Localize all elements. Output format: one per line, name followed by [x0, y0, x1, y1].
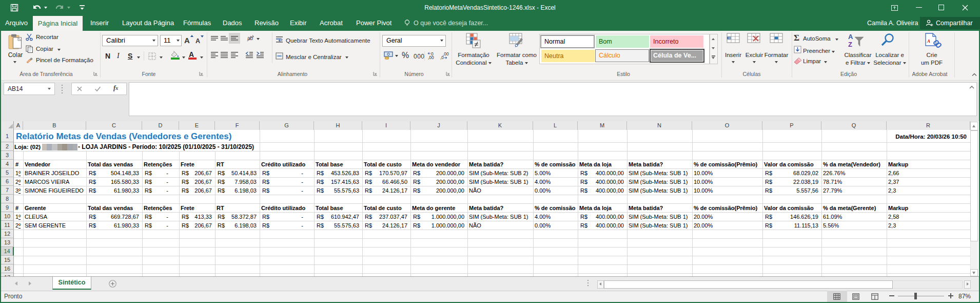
- svg-text:,0: ,0: [440, 55, 444, 60]
- svg-text:A: A: [848, 33, 853, 41]
- svg-text:Z: Z: [848, 41, 852, 48]
- svg-text:,00: ,00: [428, 55, 434, 60]
- svg-text:A: A: [927, 39, 930, 44]
- svg-text:ab: ab: [247, 35, 253, 41]
